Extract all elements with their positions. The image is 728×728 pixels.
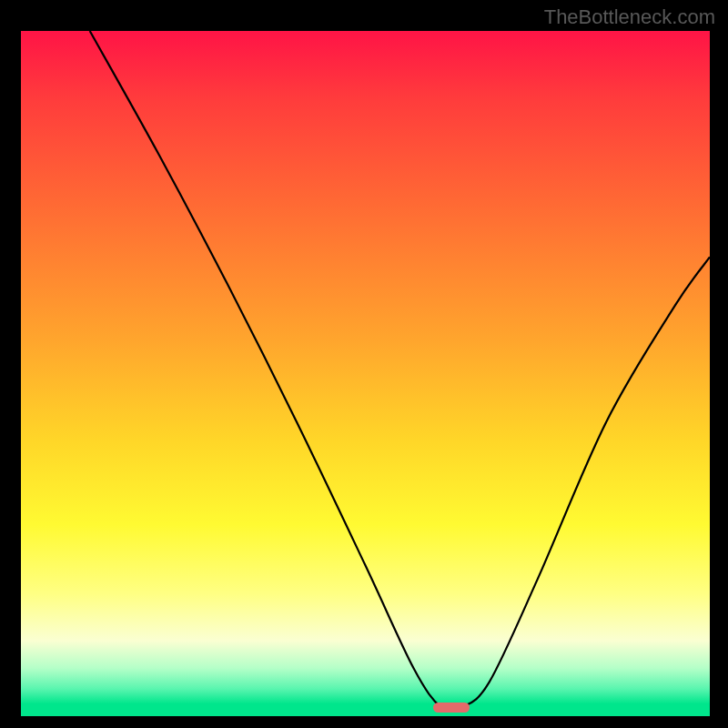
plot-area: [21, 31, 710, 716]
bottleneck-curve: [21, 31, 710, 716]
watermark-text: TheBottleneck.com: [544, 5, 715, 29]
chart-container: TheBottleneck.com: [0, 0, 728, 728]
optimal-marker: [433, 703, 470, 713]
